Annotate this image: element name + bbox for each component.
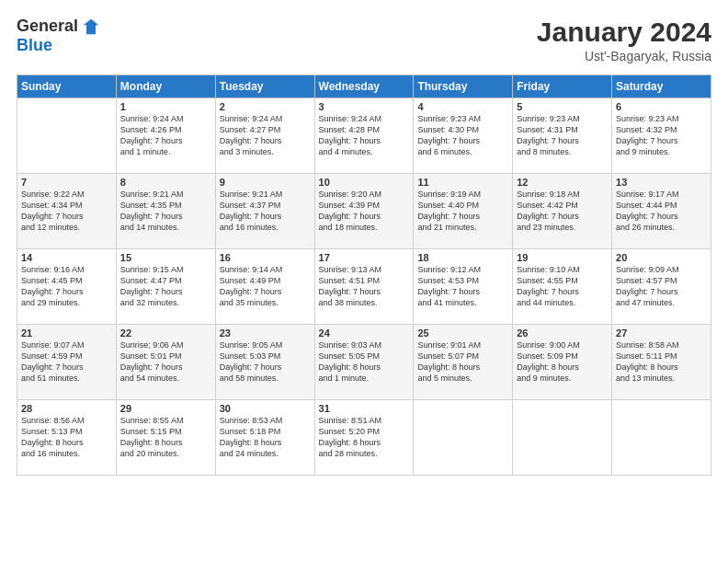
cell-content: Sunrise: 9:14 AMSunset: 4:49 PMDaylight:… <box>220 264 311 309</box>
day-number: 16 <box>220 252 311 263</box>
logo: General Blue <box>17 17 100 55</box>
calendar-cell: 7Sunrise: 9:22 AMSunset: 4:34 PMDaylight… <box>17 174 117 249</box>
calendar-cell: 15Sunrise: 9:15 AMSunset: 4:47 PMDayligh… <box>116 249 215 325</box>
day-number: 23 <box>220 327 311 339</box>
cell-content: Sunrise: 9:17 AMSunset: 4:44 PMDaylight:… <box>616 189 707 234</box>
logo-icon <box>82 17 100 36</box>
day-number: 22 <box>120 327 211 339</box>
cell-content: Sunrise: 8:58 AMSunset: 5:11 PMDaylight:… <box>616 339 707 385</box>
calendar-cell: 1Sunrise: 9:24 AMSunset: 4:26 PMDaylight… <box>116 98 215 174</box>
day-header-monday: Monday <box>116 75 215 98</box>
cell-content: Sunrise: 9:21 AMSunset: 4:35 PMDaylight:… <box>120 189 211 234</box>
logo-blue-text: Blue <box>17 36 52 54</box>
day-number: 14 <box>21 252 112 263</box>
day-number: 28 <box>21 403 112 414</box>
day-number: 6 <box>616 101 707 112</box>
svg-marker-0 <box>84 18 99 34</box>
week-row-1: 7Sunrise: 9:22 AMSunset: 4:34 PMDaylight… <box>17 174 711 249</box>
location-title: Ust'-Bagaryak, Russia <box>537 49 711 63</box>
cell-content: Sunrise: 9:18 AMSunset: 4:42 PMDaylight:… <box>517 189 608 234</box>
cell-content: Sunrise: 9:13 AMSunset: 4:51 PMDaylight:… <box>319 264 410 309</box>
calendar-cell: 6Sunrise: 9:23 AMSunset: 4:32 PMDaylight… <box>612 98 711 174</box>
calendar-cell: 24Sunrise: 9:03 AMSunset: 5:05 PMDayligh… <box>314 325 414 400</box>
cell-content: Sunrise: 9:09 AMSunset: 4:57 PMDaylight:… <box>616 264 707 309</box>
day-header-wednesday: Wednesday <box>314 75 414 98</box>
cell-content: Sunrise: 9:21 AMSunset: 4:37 PMDaylight:… <box>220 189 311 234</box>
day-number: 31 <box>319 403 410 414</box>
cell-content: Sunrise: 9:06 AMSunset: 5:01 PMDaylight:… <box>120 339 211 385</box>
cell-content: Sunrise: 9:24 AMSunset: 4:27 PMDaylight:… <box>220 113 311 158</box>
calendar-cell <box>513 400 612 476</box>
day-number: 3 <box>319 101 410 112</box>
cell-content: Sunrise: 9:23 AMSunset: 4:31 PMDaylight:… <box>517 113 608 158</box>
week-row-3: 21Sunrise: 9:07 AMSunset: 4:59 PMDayligh… <box>17 325 711 400</box>
calendar-cell: 20Sunrise: 9:09 AMSunset: 4:57 PMDayligh… <box>612 249 711 325</box>
header: General Blue January 2024 Ust'-Bagaryak,… <box>17 17 711 63</box>
cell-content: Sunrise: 9:23 AMSunset: 4:30 PMDaylight:… <box>417 113 508 158</box>
day-number: 11 <box>417 177 508 188</box>
day-number: 20 <box>616 252 707 263</box>
calendar-cell: 27Sunrise: 8:58 AMSunset: 5:11 PMDayligh… <box>612 325 711 400</box>
cell-content: Sunrise: 9:03 AMSunset: 5:05 PMDaylight:… <box>319 339 410 385</box>
day-number: 17 <box>319 252 410 263</box>
calendar-cell: 22Sunrise: 9:06 AMSunset: 5:01 PMDayligh… <box>116 325 215 400</box>
logo-general-text: General <box>17 17 78 36</box>
cell-content: Sunrise: 9:24 AMSunset: 4:26 PMDaylight:… <box>120 113 211 158</box>
week-row-2: 14Sunrise: 9:16 AMSunset: 4:45 PMDayligh… <box>17 249 711 325</box>
cell-content: Sunrise: 9:19 AMSunset: 4:40 PMDaylight:… <box>417 189 508 234</box>
day-header-saturday: Saturday <box>612 75 711 98</box>
cell-content: Sunrise: 8:55 AMSunset: 5:15 PMDaylight:… <box>120 415 211 460</box>
calendar-cell: 4Sunrise: 9:23 AMSunset: 4:30 PMDaylight… <box>414 98 513 174</box>
calendar-cell: 5Sunrise: 9:23 AMSunset: 4:31 PMDaylight… <box>513 98 612 174</box>
calendar-cell: 17Sunrise: 9:13 AMSunset: 4:51 PMDayligh… <box>314 249 414 325</box>
cell-content: Sunrise: 9:16 AMSunset: 4:45 PMDaylight:… <box>21 264 112 309</box>
day-number: 29 <box>120 403 211 414</box>
day-number: 26 <box>517 327 608 339</box>
calendar-cell: 26Sunrise: 9:00 AMSunset: 5:09 PMDayligh… <box>513 325 612 400</box>
cell-content: Sunrise: 9:23 AMSunset: 4:32 PMDaylight:… <box>616 113 707 158</box>
day-header-sunday: Sunday <box>17 75 117 98</box>
week-row-0: 1Sunrise: 9:24 AMSunset: 4:26 PMDaylight… <box>17 98 711 174</box>
day-number: 18 <box>417 252 508 263</box>
calendar-cell: 2Sunrise: 9:24 AMSunset: 4:27 PMDaylight… <box>215 98 314 174</box>
cell-content: Sunrise: 9:20 AMSunset: 4:39 PMDaylight:… <box>319 189 410 234</box>
calendar-cell <box>17 98 117 174</box>
day-number: 13 <box>616 177 707 188</box>
calendar-cell: 25Sunrise: 9:01 AMSunset: 5:07 PMDayligh… <box>414 325 513 400</box>
day-number: 4 <box>417 101 508 112</box>
cell-content: Sunrise: 9:24 AMSunset: 4:28 PMDaylight:… <box>319 113 410 158</box>
calendar-cell: 19Sunrise: 9:10 AMSunset: 4:55 PMDayligh… <box>513 249 612 325</box>
cell-content: Sunrise: 9:10 AMSunset: 4:55 PMDaylight:… <box>517 264 608 309</box>
calendar-cell: 16Sunrise: 9:14 AMSunset: 4:49 PMDayligh… <box>215 249 314 325</box>
calendar-cell: 10Sunrise: 9:20 AMSunset: 4:39 PMDayligh… <box>314 174 414 249</box>
month-title: January 2024 <box>537 17 711 47</box>
calendar-cell: 12Sunrise: 9:18 AMSunset: 4:42 PMDayligh… <box>513 174 612 249</box>
calendar-cell: 8Sunrise: 9:21 AMSunset: 4:35 PMDaylight… <box>116 174 215 249</box>
cell-content: Sunrise: 8:51 AMSunset: 5:20 PMDaylight:… <box>319 415 410 460</box>
calendar-cell <box>612 400 711 476</box>
day-number: 27 <box>616 327 707 339</box>
day-number: 9 <box>220 177 311 188</box>
calendar-cell: 23Sunrise: 9:05 AMSunset: 5:03 PMDayligh… <box>215 325 314 400</box>
calendar-cell <box>414 400 513 476</box>
cell-content: Sunrise: 9:05 AMSunset: 5:03 PMDaylight:… <box>220 339 311 385</box>
day-number: 8 <box>120 177 211 188</box>
cell-content: Sunrise: 9:07 AMSunset: 4:59 PMDaylight:… <box>21 339 112 385</box>
calendar-table: SundayMondayTuesdayWednesdayThursdayFrid… <box>17 75 711 476</box>
calendar-cell: 31Sunrise: 8:51 AMSunset: 5:20 PMDayligh… <box>314 400 414 476</box>
day-number: 12 <box>517 177 608 188</box>
day-header-tuesday: Tuesday <box>215 75 314 98</box>
day-header-thursday: Thursday <box>414 75 513 98</box>
day-header-friday: Friday <box>513 75 612 98</box>
page: General Blue January 2024 Ust'-Bagaryak,… <box>0 0 728 563</box>
calendar-cell: 21Sunrise: 9:07 AMSunset: 4:59 PMDayligh… <box>17 325 117 400</box>
day-number: 25 <box>417 327 508 339</box>
day-number: 19 <box>517 252 608 263</box>
day-number: 21 <box>21 327 112 339</box>
day-number: 30 <box>220 403 311 414</box>
day-number: 24 <box>319 327 410 339</box>
day-number: 15 <box>120 252 211 263</box>
calendar-cell: 9Sunrise: 9:21 AMSunset: 4:37 PMDaylight… <box>215 174 314 249</box>
calendar-cell: 13Sunrise: 9:17 AMSunset: 4:44 PMDayligh… <box>612 174 711 249</box>
week-row-4: 28Sunrise: 8:56 AMSunset: 5:13 PMDayligh… <box>17 400 711 476</box>
